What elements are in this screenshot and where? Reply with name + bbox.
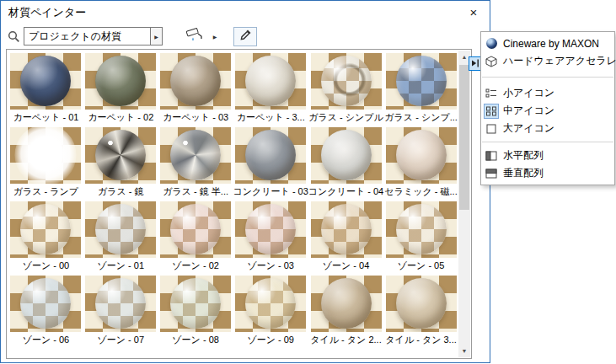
material-label: ゾーン - 02 <box>172 260 219 271</box>
material-label: ゾーン - 09 <box>247 335 294 345</box>
material-thumbnail[interactable] <box>160 53 231 110</box>
material-thumbnail[interactable] <box>235 276 306 332</box>
material-thumbnail[interactable] <box>85 201 156 258</box>
material-item[interactable]: ゾーン - 05 <box>383 200 458 274</box>
window-title: 材質ペインター <box>8 5 86 20</box>
material-sphere <box>245 278 296 329</box>
menu-item-label: Cineware by MAXON <box>503 38 599 50</box>
vertical-layout-icon <box>484 166 499 181</box>
hardware-cube-icon <box>484 54 499 69</box>
material-item[interactable]: カーペット - 01 <box>8 51 83 126</box>
menu-item-horizontal-layout[interactable]: 水平配列 <box>481 147 614 164</box>
material-item[interactable]: ゾーン - 02 <box>158 200 233 274</box>
material-item[interactable]: ゾーン - 07 <box>83 274 158 348</box>
material-thumbnail[interactable] <box>386 127 457 184</box>
menu-item-medium-icons[interactable]: 中アイコン <box>481 102 614 120</box>
material-thumbnail[interactable] <box>235 127 306 184</box>
menu-item-small-icons[interactable]: 小アイコン <box>481 84 614 102</box>
material-item[interactable]: ゾーン - 04 <box>308 200 383 274</box>
material-item[interactable]: ガラス - ランプ <box>8 126 83 200</box>
material-thumbnail[interactable] <box>311 53 382 110</box>
material-item[interactable]: コンクリート - 03 <box>233 126 308 200</box>
material-sphere <box>321 56 372 106</box>
material-thumbnail[interactable] <box>10 201 81 258</box>
material-label: カーペット - 02 <box>88 112 153 123</box>
materials-list-panel: カーペット - 01カーペット - 02カーペット - 03カーペット - 3.… <box>6 49 472 359</box>
material-label: ガラス - シンプル <box>308 112 383 123</box>
material-label: ガラス - シンプ... <box>384 112 458 123</box>
material-label: タイル - タン 3... <box>385 335 456 345</box>
material-item[interactable]: コンクリート - 04 <box>308 126 383 200</box>
material-label: ゾーン - 00 <box>23 260 70 271</box>
material-thumbnail[interactable] <box>311 276 382 332</box>
materials-grid: カーペット - 01カーペット - 02カーペット - 03カーペット - 3.… <box>8 51 458 357</box>
material-sphere <box>170 130 221 180</box>
material-label: ゾーン - 07 <box>98 335 145 345</box>
material-item[interactable]: ゾーン - 03 <box>233 200 308 274</box>
material-label: ゾーン - 03 <box>247 260 294 271</box>
material-thumbnail[interactable] <box>160 276 231 332</box>
menu-item-vertical-layout[interactable]: 垂直配列 <box>481 164 614 182</box>
menu-item-cineware[interactable]: Cineware by MAXON <box>481 35 614 52</box>
menu-separator <box>482 77 613 78</box>
menu-item-large-icons[interactable]: 大アイコン <box>481 120 614 137</box>
material-item[interactable]: ゾーン - 06 <box>8 274 83 348</box>
material-item[interactable]: ゾーン - 01 <box>83 200 158 274</box>
material-item[interactable]: ゾーン - 08 <box>158 274 233 348</box>
menu-item-label: 大アイコン <box>503 121 554 136</box>
material-thumbnail[interactable] <box>235 201 306 258</box>
material-thumbnail[interactable] <box>386 276 457 332</box>
eyedropper-icon <box>238 28 253 45</box>
material-sphere <box>20 278 71 329</box>
material-sphere <box>396 130 447 180</box>
material-thumbnail[interactable] <box>160 201 231 258</box>
material-label: コンクリート - 03 <box>233 186 308 197</box>
material-item[interactable]: セラミック - 磁... <box>383 126 458 200</box>
large-icons-icon <box>484 121 499 136</box>
paint-material-button[interactable] <box>181 26 210 46</box>
material-thumbnail[interactable] <box>10 53 81 110</box>
material-item[interactable]: ガラス - シンプル <box>308 51 383 126</box>
medium-icons-icon <box>484 104 499 119</box>
eyedropper-button[interactable] <box>233 27 257 46</box>
material-item[interactable]: ガラス - 鏡 <box>83 126 158 200</box>
material-sphere <box>95 204 146 254</box>
close-button[interactable]: × <box>461 3 486 21</box>
scrollbar-thumb[interactable] <box>459 65 469 210</box>
search-input[interactable] <box>24 27 150 46</box>
paint-dropdown-button[interactable]: ▶ <box>210 26 220 46</box>
material-item[interactable]: ゾーン - 09 <box>233 274 308 348</box>
material-thumbnail[interactable] <box>386 53 457 110</box>
cineware-icon <box>484 36 499 51</box>
material-item[interactable]: カーペット - 03 <box>158 51 233 126</box>
menu-item-hardware-acceleration[interactable]: ハードウェアアクセラレーション <box>481 52 614 70</box>
material-thumbnail[interactable] <box>311 127 382 184</box>
material-item[interactable]: ガラス - 鏡 半... <box>158 126 233 200</box>
material-sphere <box>20 56 71 106</box>
search-icon <box>8 30 20 43</box>
material-thumbnail[interactable] <box>386 201 457 258</box>
material-item[interactable]: ガラス - シンプ... <box>383 51 458 126</box>
material-label: カーペット - 03 <box>163 112 228 123</box>
material-label: ゾーン - 05 <box>398 260 445 271</box>
scrollbar-down-icon[interactable]: ▼ <box>458 345 470 357</box>
material-thumbnail[interactable] <box>10 127 81 184</box>
small-icons-icon <box>484 86 499 101</box>
material-thumbnail[interactable] <box>160 127 231 184</box>
material-item[interactable]: カーペット - 3... <box>233 51 308 126</box>
search-dropdown-button[interactable]: ▶ <box>150 27 163 46</box>
material-thumbnail[interactable] <box>311 201 382 258</box>
material-thumbnail[interactable] <box>85 53 156 110</box>
material-thumbnail[interactable] <box>235 53 306 110</box>
material-thumbnail[interactable] <box>10 276 81 332</box>
material-item[interactable]: カーペット - 02 <box>83 51 158 126</box>
paint-roller-icon <box>185 27 206 46</box>
material-label: カーペット - 01 <box>13 112 78 123</box>
material-item[interactable]: タイル - タン 3... <box>383 274 458 348</box>
material-thumbnail[interactable] <box>85 276 156 332</box>
material-item[interactable]: ゾーン - 00 <box>8 200 83 274</box>
material-thumbnail[interactable] <box>85 127 156 184</box>
vertical-scrollbar[interactable]: ▲ ▼ <box>458 51 470 357</box>
material-sphere <box>396 56 447 106</box>
material-item[interactable]: タイル - タン 2... <box>308 274 383 348</box>
